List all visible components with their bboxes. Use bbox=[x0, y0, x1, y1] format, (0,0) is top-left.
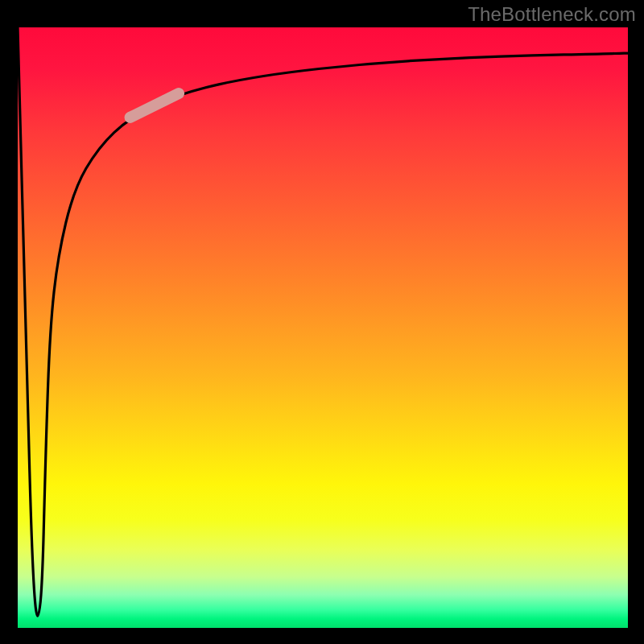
curve-layer bbox=[18, 27, 628, 628]
attribution-label: TheBottleneck.com bbox=[468, 3, 636, 26]
plot-frame bbox=[18, 27, 628, 628]
highlight-segment bbox=[130, 93, 179, 118]
chart-root: TheBottleneck.com bbox=[0, 0, 644, 644]
bottleneck-curve bbox=[18, 27, 628, 616]
